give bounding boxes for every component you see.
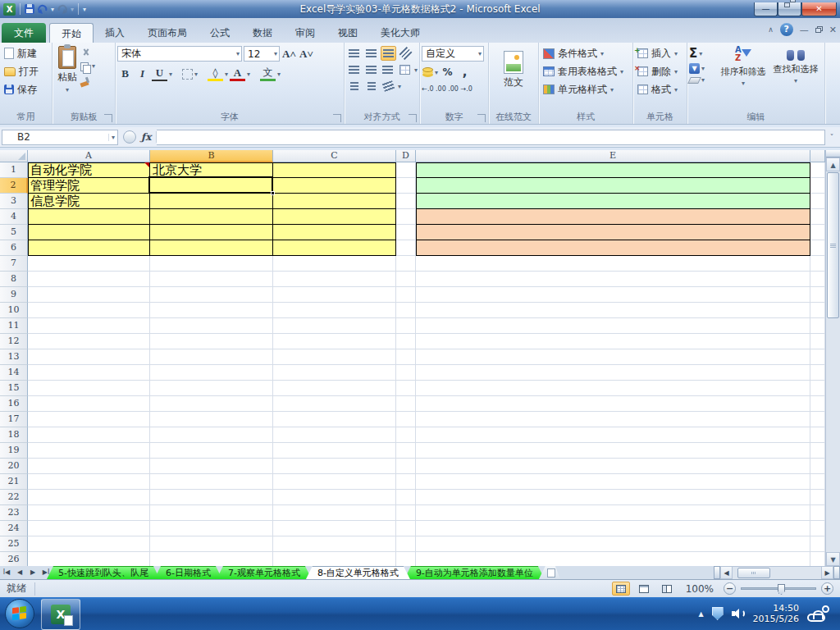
cell-E23[interactable] [416,505,810,521]
row-header-23[interactable]: 23 [0,505,28,521]
cell-D11[interactable] [396,318,416,334]
cell-B24[interactable] [150,521,273,536]
cell-B4[interactable] [150,209,273,225]
prev-sheet-icon[interactable]: ◀ [13,566,26,579]
vertical-scroll-thumb[interactable] [827,172,839,318]
scroll-down-icon[interactable]: ▼ [826,552,840,566]
cell-A13[interactable] [28,349,150,365]
cell-E22[interactable] [416,490,810,505]
font-color-dropdown-icon[interactable]: ▾ [247,71,250,78]
cell-partial-4[interactable] [810,209,825,225]
cell-C10[interactable] [273,303,396,318]
cell-partial-22[interactable] [810,490,825,505]
cell-C15[interactable] [273,381,396,396]
cell-D17[interactable] [396,412,416,427]
cell-C24[interactable] [273,521,396,536]
cell-D1[interactable] [396,162,416,178]
cell-D23[interactable] [396,505,416,521]
start-button[interactable] [5,599,34,628]
sort-filter-button[interactable]: AZ 排序和筛选 ▾ [717,44,769,89]
column-header-B[interactable]: B [150,150,273,162]
cell-partial-23[interactable] [810,505,825,521]
cell-E11[interactable] [416,318,810,334]
cell-partial-2[interactable] [810,178,825,194]
cell-partial-21[interactable] [810,474,825,490]
fill-color-dropdown-icon[interactable]: ▾ [225,71,228,78]
column-header-D[interactable]: D [396,150,416,162]
cell-D24[interactable] [396,521,416,536]
cell-D19[interactable] [396,443,416,459]
cell-A3[interactable]: 信息学院 [28,194,150,209]
cell-A8[interactable] [28,272,150,287]
cell-A14[interactable] [28,365,150,381]
cell-D4[interactable] [396,209,416,225]
cell-partial-6[interactable] [810,240,825,256]
cell-B21[interactable] [150,474,273,490]
fill-color-icon[interactable]: ◊ [208,66,223,81]
cell-E5[interactable] [416,225,810,240]
cell-B11[interactable] [150,318,273,334]
paste-dropdown-icon[interactable]: ▾ [66,86,69,94]
cell-A20[interactable] [28,459,150,474]
cell-A21[interactable] [28,474,150,490]
format-as-table-button[interactable]: 套用表格格式▾ [541,62,631,80]
row-header-20[interactable]: 20 [0,459,28,474]
alignment-dialog-launcher-icon[interactable] [409,114,417,122]
row-header-10[interactable]: 10 [0,303,28,318]
cell-partial-8[interactable] [810,272,825,287]
scroll-left-icon[interactable]: ◀ [720,566,733,579]
cell-D6[interactable] [396,240,416,256]
cell-E24[interactable] [416,521,810,536]
cell-C23[interactable] [273,505,396,521]
tab-页面布局[interactable]: 页面布局 [136,23,199,43]
new-button[interactable]: 新建 [2,44,50,62]
column-header-partial[interactable] [810,150,825,162]
row-header-18[interactable]: 18 [0,427,28,443]
zoom-level[interactable]: 100% [686,583,714,595]
decrease-indent-icon[interactable] [346,79,362,94]
workbook-minimize-icon[interactable]: — [800,25,809,35]
security-shield-icon[interactable] [712,607,724,620]
cell-partial-18[interactable] [810,427,825,443]
row-header-3[interactable]: 3 [0,194,28,209]
sheet-tab-5-快速跳到队头、队尾[interactable]: 5-快速跳到队头、队尾 [47,566,160,579]
font-color-icon[interactable]: A [230,66,245,81]
cell-A26[interactable] [28,552,150,566]
row-header-11[interactable]: 11 [0,318,28,334]
find-select-button[interactable]: 查找和选择 ▾ [769,44,822,89]
cell-E21[interactable] [416,474,810,490]
tab-插入[interactable]: 插入 [94,23,136,43]
align-right-icon[interactable] [381,62,396,77]
first-sheet-icon[interactable]: Ⅰ◀ [0,566,13,579]
row-header-16[interactable]: 16 [0,396,28,412]
row-header-15[interactable]: 15 [0,381,28,396]
row-header-8[interactable]: 8 [0,272,28,287]
cell-E26[interactable] [416,552,810,566]
row-header-13[interactable]: 13 [0,349,28,365]
taskbar-excel-button[interactable]: X [41,599,80,630]
italic-icon[interactable]: I [135,66,150,81]
cell-partial-14[interactable] [810,365,825,381]
volume-icon[interactable] [732,608,745,619]
row-header-25[interactable]: 25 [0,536,28,552]
cell-D22[interactable] [396,490,416,505]
cell-E18[interactable] [416,427,810,443]
clipboard-dialog-launcher-icon[interactable] [104,114,112,122]
row-header-7[interactable]: 7 [0,256,28,272]
underline-dropdown-icon[interactable]: ▾ [169,71,172,78]
column-header-C[interactable]: C [273,150,396,162]
cell-E6[interactable] [416,240,810,256]
view-normal-button[interactable] [612,582,630,596]
cell-E1[interactable] [416,162,810,178]
orientation-icon[interactable] [398,46,413,61]
cell-D2[interactable] [396,178,416,194]
phonetic-guide-icon[interactable]: 文 [260,66,276,81]
row-header-19[interactable]: 19 [0,443,28,459]
cell-partial-26[interactable] [810,552,825,566]
save-button[interactable]: 保存 [2,80,50,98]
cell-E12[interactable] [416,334,810,349]
row-header-6[interactable]: 6 [0,240,28,256]
window-resize-handle[interactable] [833,566,840,579]
cell-D26[interactable] [396,552,416,566]
next-sheet-icon[interactable]: ▶ [26,566,39,579]
